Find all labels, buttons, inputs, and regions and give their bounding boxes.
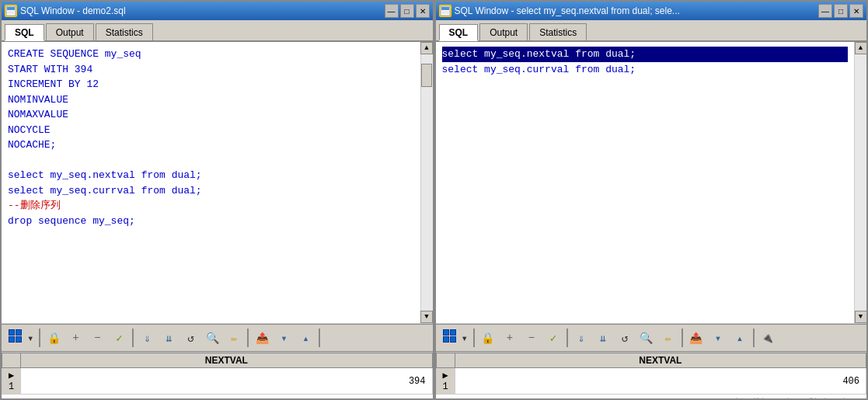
- rgc4: [450, 336, 456, 343]
- rgc2: [450, 329, 456, 336]
- left-double-down-button[interactable]: ⇓: [137, 328, 157, 348]
- right-check-button[interactable]: ✓: [543, 328, 563, 348]
- left-grid-arrow: ▾: [27, 332, 33, 345]
- gc2: [16, 329, 22, 336]
- sep1: [39, 329, 40, 347]
- left-scroll-up[interactable]: ▲: [420, 42, 433, 54]
- left-window-controls: — □ ✕: [385, 4, 430, 18]
- rsep4: [753, 329, 755, 347]
- left-row-arrow-icon: ▶: [9, 370, 14, 381]
- right-row-arrow-icon: ▶: [443, 370, 448, 381]
- right-grid-button[interactable]: ▾: [439, 328, 470, 348]
- right-arr-up-button[interactable]: ▴: [730, 328, 750, 348]
- left-window-icon: [5, 5, 17, 17]
- left-editor-area: CREATE SEQUENCE my_seqSTART WITH 394INCR…: [2, 42, 433, 324]
- left-scrollbar[interactable]: ▲ ▼: [420, 42, 433, 323]
- right-grid-arrow: ▾: [462, 332, 468, 345]
- left-sql-window: SQL Window - demo2.sql — □ ✕ SQL Output …: [0, 0, 434, 400]
- left-row-arrow-cell: ▶ 1: [2, 368, 21, 395]
- right-close-button[interactable]: ✕: [849, 4, 863, 18]
- right-row-arrow-cell: ▶ 1: [436, 368, 455, 395]
- right-code-content[interactable]: select my_seq.nextval from dual;select m…: [436, 42, 855, 323]
- sep3: [247, 329, 249, 347]
- left-results-table: NEXTVAL ▶ 1 394: [2, 353, 433, 395]
- right-tab-sql[interactable]: SQL: [439, 24, 479, 41]
- left-tab-output[interactable]: Output: [46, 23, 94, 40]
- sep2: [132, 329, 134, 347]
- left-export-button[interactable]: 📤: [252, 328, 272, 348]
- left-scroll-thumb[interactable]: [421, 64, 432, 87]
- left-maximize-button[interactable]: □: [400, 4, 414, 18]
- right-row-num: 1: [443, 381, 448, 392]
- rgc1: [443, 329, 449, 336]
- left-eraser-button[interactable]: ✏: [224, 328, 244, 348]
- right-plug-button[interactable]: 🔌: [758, 328, 778, 348]
- left-lock-button[interactable]: 🔒: [44, 328, 64, 348]
- sep4: [319, 329, 320, 347]
- right-search-button[interactable]: 🔍: [636, 328, 657, 348]
- right-tab-output[interactable]: Output: [479, 23, 528, 40]
- left-double-down2-button[interactable]: ⇊: [159, 328, 179, 348]
- right-double-down-button[interactable]: ⇓: [571, 328, 591, 348]
- right-scroll-down[interactable]: ▼: [855, 311, 867, 323]
- left-tab-sql[interactable]: SQL: [5, 24, 44, 41]
- right-eraser-button[interactable]: ✏: [658, 328, 678, 348]
- right-results-area: NEXTVAL ▶ 1 406 http://blog.csdn.net/Ned…: [436, 352, 867, 398]
- right-row-header: [436, 353, 455, 368]
- right-export-button[interactable]: 📤: [686, 328, 706, 348]
- left-refresh-button[interactable]: ↺: [180, 328, 200, 348]
- left-window-title: SQL Window - demo2.sql: [20, 5, 385, 16]
- gc1: [9, 329, 15, 336]
- left-results-area: NEXTVAL ▶ 1 394: [2, 352, 433, 398]
- left-minus-button[interactable]: −: [87, 328, 107, 348]
- rsep1: [473, 329, 475, 347]
- left-arr-up-button[interactable]: ▴: [295, 328, 315, 348]
- left-tab-bar: SQL Output Statistics: [2, 20, 433, 42]
- left-tab-statistics[interactable]: Statistics: [96, 23, 153, 40]
- left-scroll-down[interactable]: ▼: [420, 311, 433, 323]
- left-row-num: 1: [9, 381, 14, 392]
- left-arr-down-button[interactable]: ▾: [274, 328, 294, 348]
- left-scroll-track[interactable]: [421, 54, 433, 311]
- right-tab-statistics[interactable]: Statistics: [529, 23, 587, 40]
- right-title-bar: SQL Window - select my_seq.nextval from …: [436, 2, 867, 20]
- left-grid-icon: [9, 329, 26, 346]
- left-close-button[interactable]: ✕: [416, 4, 430, 18]
- left-search-button[interactable]: 🔍: [202, 328, 222, 348]
- rgc3: [443, 336, 449, 343]
- right-lock-button[interactable]: 🔒: [478, 328, 498, 348]
- left-nextval-header: NEXTVAL: [21, 353, 432, 368]
- right-minus-button[interactable]: −: [521, 328, 542, 348]
- left-grid-button[interactable]: ▾: [5, 328, 36, 348]
- right-arr-down-button[interactable]: ▾: [708, 328, 728, 348]
- svg-rect-1: [7, 7, 15, 10]
- left-code-content[interactable]: CREATE SEQUENCE my_seqSTART WITH 394INCR…: [2, 42, 420, 323]
- right-window-icon: [439, 5, 451, 17]
- left-toolbar: ▾ 🔒 + − ✓ ⇓ ⇊ ↺ 🔍 ✏ 📤 ▾ ▴: [2, 324, 433, 352]
- right-plus-button[interactable]: +: [500, 328, 520, 348]
- right-minimize-button[interactable]: —: [818, 4, 832, 18]
- left-minimize-button[interactable]: —: [385, 4, 399, 18]
- gc3: [9, 336, 15, 343]
- svg-rect-5: [441, 7, 449, 10]
- right-editor-area: select my_seq.nextval from dual;select m…: [436, 42, 867, 324]
- right-refresh-button[interactable]: ↺: [615, 328, 635, 348]
- rsep3: [682, 329, 683, 347]
- right-tab-bar: SQL Output Statistics: [436, 20, 867, 42]
- watermark: http://blog.csdn.net/Ned_mahone: [436, 395, 867, 398]
- right-scroll-track[interactable]: [855, 54, 866, 311]
- right-results-table: NEXTVAL ▶ 1 406: [436, 353, 867, 395]
- right-double-down2-button[interactable]: ⇊: [593, 328, 613, 348]
- left-plus-button[interactable]: +: [65, 328, 85, 348]
- right-result-value: 406: [455, 368, 866, 395]
- right-maximize-button[interactable]: □: [834, 4, 848, 18]
- right-scroll-up[interactable]: ▲: [855, 42, 867, 54]
- right-toolbar: ▾ 🔒 + − ✓ ⇓ ⇊ ↺ 🔍 ✏ 📤 ▾ ▴ 🔌: [436, 324, 867, 352]
- right-window-controls: — □ ✕: [818, 4, 863, 18]
- right-result-row: ▶ 1 406: [436, 368, 866, 395]
- right-scrollbar[interactable]: ▲ ▼: [854, 42, 866, 323]
- left-check-button[interactable]: ✓: [109, 328, 129, 348]
- right-window-title: SQL Window - select my_seq.nextval from …: [455, 5, 819, 16]
- left-title-bar: SQL Window - demo2.sql — □ ✕: [2, 2, 433, 20]
- left-row-header: [2, 353, 21, 368]
